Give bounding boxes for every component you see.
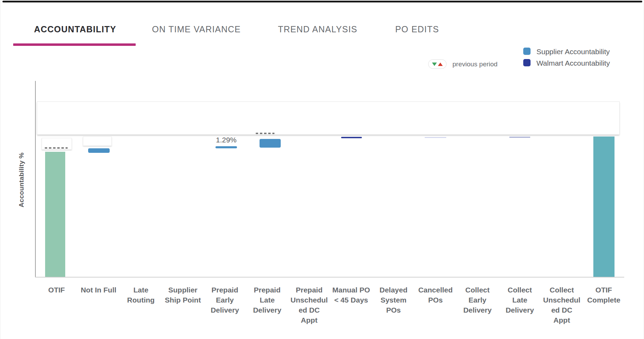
triangle-down-icon — [432, 63, 437, 66]
otif-clipped-value-text — [45, 147, 68, 149]
x-label-otif: OTIF — [34, 285, 79, 295]
legend-label-supplier: Supplier Accountability — [536, 48, 610, 56]
x-axis-line — [35, 277, 624, 278]
tab-po-edits[interactable]: PO EDITS — [395, 24, 439, 34]
previous-period-indicator[interactable] — [428, 59, 447, 69]
x-label-late-routing: Late Routing — [118, 285, 163, 305]
bar-otif[interactable] — [45, 152, 65, 277]
x-label-prepaid-unscheduled: Prepaid Unschedul ed DC Appt — [287, 285, 332, 325]
window-top-border — [2, 1, 642, 2]
not-in-full-value-label-box — [83, 137, 112, 146]
x-label-prepaid-late: Prepaid Late Delivery — [245, 285, 290, 315]
x-label-supplier-ship-point: Supplier Ship Point — [160, 285, 205, 305]
tab-trend-analysis[interactable]: TREND ANALYSIS — [278, 24, 357, 34]
y-axis-title: Accountability % — [18, 148, 25, 212]
bar-collect-late-delivery[interactable] — [509, 137, 530, 138]
legend-item-supplier[interactable] — [523, 48, 531, 55]
bar-prepaid-late-delivery[interactable] — [260, 139, 281, 148]
bar-otif-complete[interactable] — [593, 137, 615, 277]
bar-manual-po-45-days[interactable] — [341, 137, 362, 138]
legend-label-walmart: Walmart Accountability — [536, 59, 610, 67]
blank-overlay-panel — [37, 101, 620, 135]
bar-not-in-full[interactable] — [88, 148, 110, 153]
x-label-prepaid-early: Prepaid Early Delivery — [202, 285, 247, 315]
bar-prepaid-early-delivery[interactable] — [215, 146, 237, 148]
legend-item-walmart[interactable] — [523, 59, 531, 66]
active-tab-underline — [13, 43, 136, 46]
previous-period-label: previous period — [452, 60, 498, 68]
x-label-otif-complete: OTIF Complete — [581, 285, 626, 305]
triangle-up-icon — [438, 63, 443, 66]
bar-cancelled-pos[interactable] — [425, 137, 446, 138]
prepaid-late-clipped-value-text — [256, 133, 274, 134]
tab-accountability[interactable]: ACCOUNTABILITY — [34, 24, 116, 34]
x-label-collect-late: Collect Late Delivery — [497, 285, 542, 315]
supplier-swatch-icon — [523, 48, 531, 55]
y-axis-line — [35, 81, 36, 277]
x-label-delayed-system-pos: Delayed System POs — [371, 285, 416, 315]
x-label-manual-po: Manual PO < 45 Days — [329, 285, 374, 305]
prepaid-early-value-label: 1.29% — [212, 136, 240, 144]
walmart-swatch-icon — [523, 59, 531, 66]
tab-on-time-variance[interactable]: ON TIME VARIANCE — [152, 24, 241, 34]
x-label-collect-early: Collect Early Delivery — [455, 285, 500, 315]
x-label-not-in-full: Not In Full — [76, 285, 121, 295]
accountability-dashboard: ACCOUNTABILITY ON TIME VARIANCE TREND AN… — [0, 0, 644, 339]
x-label-collect-unscheduled: Collect Unschedul ed DC Appt — [539, 285, 584, 325]
x-label-cancelled-pos: Cancelled POs — [413, 285, 458, 305]
